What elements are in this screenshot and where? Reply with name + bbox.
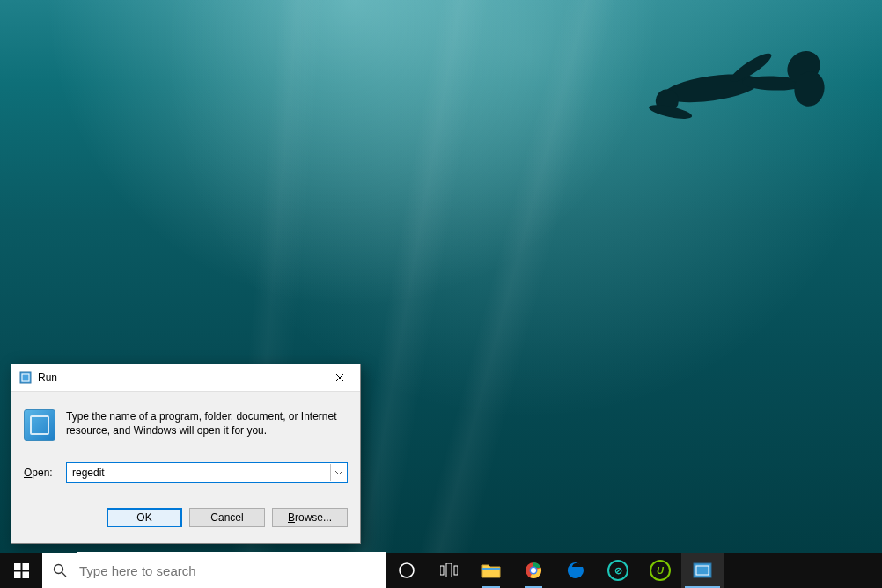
svg-rect-4: [14, 571, 21, 578]
search-icon: [42, 563, 77, 577]
ok-button[interactable]: OK: [107, 508, 182, 527]
taskbar-search-input[interactable]: [77, 552, 386, 588]
open-input[interactable]: [67, 464, 330, 481]
chrome-icon: [525, 562, 542, 579]
browse-button[interactable]: Browse...: [272, 508, 348, 527]
svg-point-15: [531, 568, 536, 573]
windows-logo-icon: [14, 563, 29, 578]
svg-rect-3: [22, 563, 29, 570]
task-view-button[interactable]: [428, 553, 470, 588]
svg-rect-10: [446, 563, 452, 577]
run-titlebar-icon: [18, 371, 33, 385]
taskbar-app-green-u[interactable]: U: [639, 553, 681, 588]
run-taskbar-icon: [693, 562, 712, 578]
taskbar-chrome[interactable]: [512, 553, 555, 588]
svg-rect-9: [440, 566, 444, 575]
svg-rect-2: [14, 563, 21, 570]
cancel-button[interactable]: Cancel: [189, 508, 265, 527]
taskbar-search[interactable]: [42, 553, 386, 588]
cortana-button[interactable]: [386, 553, 428, 588]
start-button[interactable]: [0, 553, 42, 588]
run-title: Run: [38, 371, 320, 384]
taskbar-app-teal-circle[interactable]: ⊘: [597, 553, 639, 588]
svg-point-8: [400, 563, 414, 577]
run-app-icon: [24, 409, 55, 441]
run-dialog: Run Type the name of a program, folder, …: [11, 364, 361, 544]
cortana-icon: [398, 562, 415, 579]
task-view-icon: [440, 563, 458, 577]
open-combobox[interactable]: [66, 462, 348, 483]
taskbar-run-app[interactable]: [681, 553, 724, 588]
open-label: Open:: [24, 467, 66, 479]
wallpaper-swimmer: [622, 27, 816, 131]
svg-rect-11: [454, 566, 458, 575]
combobox-dropdown-button[interactable]: [330, 464, 347, 481]
edge-icon: [567, 562, 584, 579]
taskbar: ⊘ U: [0, 553, 882, 588]
svg-rect-12: [482, 568, 500, 570]
teal-circle-icon: ⊘: [607, 560, 628, 581]
green-u-icon: U: [650, 560, 671, 581]
run-titlebar[interactable]: Run: [11, 364, 360, 392]
file-explorer-icon: [481, 562, 501, 578]
svg-line-7: [62, 573, 67, 577]
svg-point-6: [55, 565, 63, 574]
svg-rect-5: [22, 571, 29, 578]
taskbar-file-explorer[interactable]: [470, 553, 512, 588]
taskbar-edge[interactable]: [555, 553, 597, 588]
close-button[interactable]: [320, 364, 360, 391]
run-description: Type the name of a program, folder, docu…: [66, 409, 348, 441]
